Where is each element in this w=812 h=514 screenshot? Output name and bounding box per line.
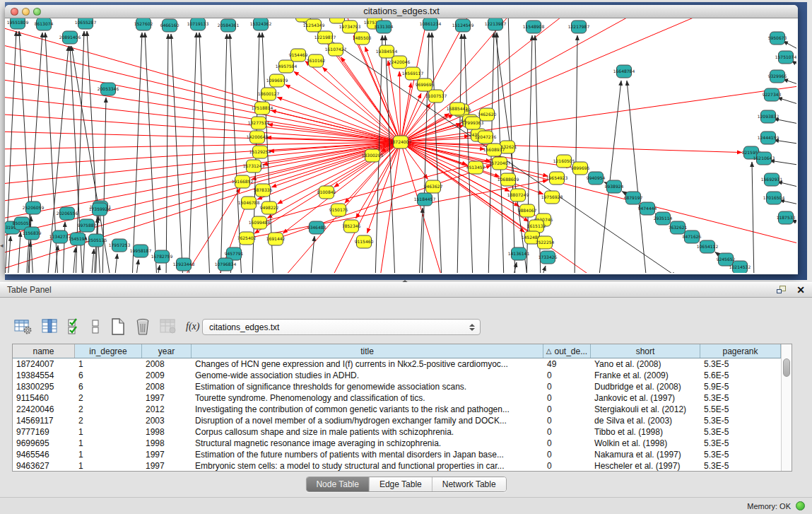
table-cell[interactable]: 1997 bbox=[142, 460, 192, 472]
graph-edge[interactable] bbox=[777, 98, 796, 105]
graph-edge[interactable] bbox=[157, 265, 160, 273]
graph-edge[interactable] bbox=[422, 33, 429, 273]
memory-status-indicator[interactable] bbox=[796, 501, 805, 510]
table-cell[interactable]: Corpus callosum shape and size in male p… bbox=[192, 426, 543, 438]
column-header-pagerank[interactable]: pagerank bbox=[700, 344, 781, 358]
tab-edge-table[interactable]: Edge Table bbox=[370, 477, 433, 491]
tab-network-table[interactable]: Network Table bbox=[433, 477, 506, 491]
graph-edge[interactable] bbox=[401, 18, 712, 142]
graph-edge[interactable] bbox=[310, 236, 314, 273]
table-cell[interactable]: 9115460 bbox=[13, 392, 75, 404]
column-header-name[interactable]: name bbox=[13, 344, 75, 358]
table-row[interactable]: 2242004622012Investigating the contribut… bbox=[13, 404, 781, 415]
table-row[interactable]: 911546021997Tourette syndrome. Phenomeno… bbox=[13, 392, 781, 404]
network-window-titlebar[interactable]: citations_edges.txt bbox=[5, 5, 798, 18]
table-row[interactable]: 1456911722003Disruption of a novel membe… bbox=[13, 415, 781, 426]
table-cell[interactable]: 18724007 bbox=[13, 358, 75, 370]
graph-edge[interactable] bbox=[132, 33, 142, 273]
table-cell[interactable]: 0 bbox=[543, 404, 591, 415]
table-cell[interactable]: 5.9E-5 bbox=[700, 381, 781, 392]
deselect-all-icon[interactable] bbox=[91, 318, 101, 335]
graph-edge[interactable] bbox=[91, 249, 94, 273]
graph-edge[interactable] bbox=[783, 41, 796, 50]
table-cell[interactable]: 0 bbox=[543, 392, 591, 404]
table-cell[interactable]: 1 bbox=[75, 460, 142, 472]
column-header-in_degree[interactable]: in_degree bbox=[75, 344, 142, 358]
table-cell[interactable]: 0 bbox=[543, 449, 591, 460]
delete-table-icon[interactable] bbox=[135, 317, 151, 336]
table-cell[interactable]: Disruption of a novel member of a sodium… bbox=[192, 415, 543, 426]
table-cell[interactable]: 1997 bbox=[142, 392, 192, 404]
table-cell[interactable]: 5.3E-5 bbox=[700, 449, 781, 460]
graph-edge[interactable] bbox=[5, 61, 401, 142]
table-cell[interactable]: 19384554 bbox=[13, 370, 75, 381]
table-row[interactable]: 946554611997Estimation of the future num… bbox=[13, 449, 781, 460]
table-cell[interactable]: 0 bbox=[543, 415, 591, 426]
graph-edge[interactable] bbox=[5, 142, 401, 185]
table-cell[interactable]: Estimation of the future numbers of pati… bbox=[192, 449, 543, 460]
zoom-window-icon[interactable] bbox=[33, 8, 41, 16]
graph-edge[interactable] bbox=[399, 71, 401, 142]
table-cell[interactable]: 0 bbox=[543, 426, 591, 438]
function-builder-icon[interactable]: f(x) bbox=[186, 321, 199, 332]
table-cell[interactable]: 1998 bbox=[142, 438, 192, 449]
table-cell[interactable]: 5.3E-5 bbox=[700, 460, 781, 472]
tab-node-table[interactable]: Node Table bbox=[306, 477, 370, 491]
table-cell[interactable]: 14569117 bbox=[13, 415, 75, 426]
graph-edge[interactable] bbox=[575, 35, 577, 273]
table-cell[interactable]: 1 bbox=[75, 358, 142, 370]
graph-edge[interactable] bbox=[770, 160, 796, 165]
table-cell[interactable]: 5.3E-5 bbox=[700, 358, 781, 370]
graph-edge[interactable] bbox=[401, 142, 796, 245]
graph-edge[interactable] bbox=[774, 140, 796, 144]
column-header-title[interactable]: title bbox=[192, 344, 543, 358]
table-cell[interactable]: de Silva et al. (2003) bbox=[591, 415, 700, 426]
table-cell[interactable]: 1 bbox=[75, 438, 142, 449]
graph-edge[interactable] bbox=[189, 33, 196, 273]
table-cell[interactable]: 0 bbox=[543, 438, 591, 449]
graph-edge[interactable] bbox=[114, 254, 117, 273]
graph-edge[interactable] bbox=[627, 81, 647, 273]
table-cell[interactable]: 5.5E-5 bbox=[700, 404, 781, 415]
graph-edge[interactable] bbox=[388, 61, 401, 142]
table-cell[interactable]: 5.3E-5 bbox=[700, 438, 781, 449]
graph-edge[interactable] bbox=[220, 34, 227, 273]
float-panel-icon[interactable] bbox=[777, 286, 787, 295]
graph-edge[interactable] bbox=[136, 259, 139, 273]
column-select-icon[interactable] bbox=[42, 318, 59, 335]
graph-node[interactable] bbox=[330, 18, 345, 23]
graph-edge[interactable] bbox=[777, 182, 796, 188]
table-row[interactable]: 1872400712008Changes of HCN gene express… bbox=[13, 358, 781, 370]
network-canvas[interactable]: 1872400718300295977716974626206497568243… bbox=[5, 18, 796, 273]
table-cell[interactable]: Hescheler et al. (1997) bbox=[591, 460, 700, 472]
table-cell[interactable]: 9463627 bbox=[13, 460, 75, 472]
table-select-dropdown[interactable]: citations_edges.txt bbox=[202, 319, 481, 335]
table-cell[interactable]: 1997 bbox=[142, 449, 192, 460]
graph-edge[interactable] bbox=[779, 200, 796, 205]
graph-edge[interactable] bbox=[18, 232, 20, 273]
table-cell[interactable]: Dudbridge et al. (2008) bbox=[591, 381, 700, 392]
table-cell[interactable]: 9699695 bbox=[13, 438, 75, 449]
table-row[interactable]: 946362711997Embryonic stem cells: a mode… bbox=[13, 460, 781, 472]
table-cell[interactable]: 0 bbox=[543, 370, 591, 381]
table-vertical-scrollbar[interactable] bbox=[781, 344, 792, 471]
table-cell[interactable]: 2 bbox=[75, 415, 142, 426]
column-header-year[interactable]: year bbox=[142, 344, 192, 358]
table-cell[interactable]: 2009 bbox=[142, 370, 192, 381]
table-cell[interactable]: 6 bbox=[75, 381, 142, 392]
table-cell[interactable]: 0 bbox=[543, 460, 591, 472]
table-cell[interactable]: Genome-wide association studies in ADHD. bbox=[192, 370, 543, 381]
table-cell[interactable]: Estimation of significance thresholds fo… bbox=[192, 381, 543, 392]
table-cell[interactable]: 9777169 bbox=[13, 426, 75, 438]
table-row[interactable]: 969969511998Structural magnetic resonanc… bbox=[13, 438, 781, 449]
graph-edge[interactable] bbox=[401, 142, 742, 153]
table-row[interactable]: 977716911998Corpus callosum shape and si… bbox=[13, 426, 781, 438]
table-cell[interactable]: 2008 bbox=[142, 358, 192, 370]
table-cell[interactable]: 5.3E-5 bbox=[700, 426, 781, 438]
collapse-panel-arrow-icon[interactable]: ◂ bbox=[0, 242, 4, 249]
table-cell[interactable]: Tibbo et al. (1998) bbox=[591, 426, 700, 438]
graph-edge[interactable] bbox=[783, 79, 796, 86]
column-header-short[interactable]: short bbox=[591, 344, 700, 358]
table-cell[interactable]: 9465546 bbox=[13, 449, 75, 460]
network-view-window[interactable]: citations_edges.txt 18724007183002959777… bbox=[5, 5, 798, 274]
